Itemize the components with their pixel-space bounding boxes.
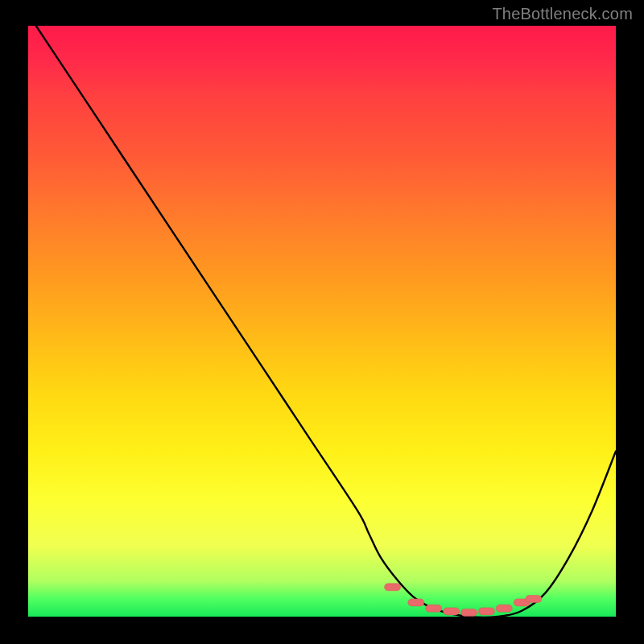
chart-plot-area	[28, 26, 616, 617]
valley-marker	[526, 596, 542, 603]
watermark-text: TheBottleneck.com	[492, 5, 633, 23]
valley-marker	[385, 584, 401, 591]
valley-marker	[444, 608, 460, 615]
chart-svg	[28, 26, 616, 617]
bottleneck-curve-line	[28, 26, 616, 617]
valley-marker	[461, 609, 477, 616]
valley-markers	[385, 584, 542, 617]
valley-marker	[478, 608, 494, 615]
valley-marker	[496, 605, 512, 612]
valley-marker	[408, 599, 424, 606]
valley-marker	[426, 605, 442, 612]
